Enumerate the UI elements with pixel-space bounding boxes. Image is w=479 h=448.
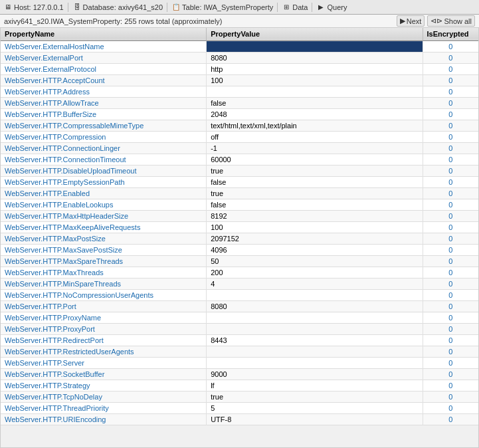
property-name-cell: WebServer.HTTP.Strategy: [1, 380, 207, 392]
property-value-cell[interactable]: 100: [207, 222, 423, 233]
table-row[interactable]: WebServer.HTTP.NoCompressionUserAgents0: [1, 290, 478, 301]
table-row[interactable]: WebServer.HTTP.MaxKeepAliveRequests1000: [1, 222, 478, 233]
property-value-cell[interactable]: false: [207, 199, 423, 211]
database-icon: 🗄: [72, 3, 82, 12]
property-value-cell[interactable]: 8192: [207, 211, 423, 222]
property-name-cell: WebServer.ExternalHostName: [1, 41, 207, 53]
table-row[interactable]: WebServer.HTTP.SocketBuffer90000: [1, 369, 478, 380]
property-value-cell[interactable]: 100: [207, 75, 423, 86]
table-row[interactable]: WebServer.HTTP.Port80800: [1, 301, 478, 312]
property-value-cell[interactable]: [207, 290, 423, 301]
table-row[interactable]: WebServer.HTTP.MinSpareThreads40: [1, 279, 478, 290]
table-row[interactable]: WebServer.HTTP.ProxyPort0: [1, 324, 478, 335]
data-item[interactable]: ⊞ Data: [282, 3, 312, 12]
table-row[interactable]: WebServer.HTTP.DisableUploadTimeouttrue0: [1, 166, 478, 177]
table-row[interactable]: WebServer.HTTP.ProxyName0: [1, 312, 478, 324]
table-row[interactable]: WebServer.HTTP.MaxSavePostSize40960: [1, 245, 478, 256]
table-row[interactable]: WebServer.HTTP.AllowTracefalse0: [1, 98, 478, 109]
table-row[interactable]: WebServer.HTTP.MaxSpareThreads500: [1, 256, 478, 267]
property-value-cell[interactable]: UTF-8: [207, 414, 423, 425]
property-value-cell[interactable]: [207, 41, 423, 53]
col-header-is-encrypted[interactable]: IsEncrypted: [423, 28, 478, 41]
property-value-cell[interactable]: lf: [207, 380, 423, 392]
property-name-cell: WebServer.HTTP.Address: [1, 86, 207, 98]
property-value-cell[interactable]: [207, 346, 423, 358]
property-value-cell[interactable]: true: [207, 392, 423, 403]
property-value-cell[interactable]: [207, 324, 423, 335]
table-row[interactable]: WebServer.HTTP.ConnectionTimeout600000: [1, 154, 478, 166]
property-name-cell: WebServer.HTTP.RestrictedUserAgents: [1, 346, 207, 358]
table-row[interactable]: WebServer.HTTP.Strategylf0: [1, 380, 478, 392]
property-name-cell: WebServer.ExternalProtocol: [1, 64, 207, 75]
property-value-cell[interactable]: [207, 86, 423, 98]
table-row[interactable]: WebServer.ExternalHostName0: [1, 41, 478, 53]
table-row[interactable]: WebServer.HTTP.BufferSize20480: [1, 109, 478, 120]
is-encrypted-cell: 0: [423, 324, 478, 335]
is-encrypted-cell: 0: [423, 177, 478, 188]
data-table: PropertyName PropertyValue IsEncrypted W…: [1, 28, 478, 425]
property-value-cell[interactable]: -1: [207, 143, 423, 154]
property-value-cell[interactable]: 5: [207, 403, 423, 414]
table-icon: 📋: [171, 3, 181, 12]
property-value-cell[interactable]: off: [207, 132, 423, 143]
is-encrypted-cell: 0: [423, 199, 478, 211]
property-value-cell[interactable]: false: [207, 177, 423, 188]
query-item[interactable]: ▶ Query: [316, 3, 351, 12]
table-row[interactable]: WebServer.HTTP.Address0: [1, 86, 478, 98]
property-value-cell[interactable]: [207, 358, 423, 369]
table-row[interactable]: WebServer.HTTP.AcceptCount1000: [1, 75, 478, 86]
is-encrypted-cell: 0: [423, 75, 478, 86]
table-row[interactable]: WebServer.HTTP.RestrictedUserAgents0: [1, 346, 478, 358]
table-row[interactable]: WebServer.HTTP.EmptySessionPathfalse0: [1, 177, 478, 188]
property-value-cell[interactable]: true: [207, 166, 423, 177]
next-label: Next: [407, 17, 422, 25]
next-icon: ▶: [400, 17, 405, 25]
query-icon: ▶: [316, 3, 326, 12]
table-row[interactable]: WebServer.HTTP.RedirectPort84430: [1, 335, 478, 346]
table-row[interactable]: WebServer.HTTP.ThreadPriority50: [1, 403, 478, 414]
table-row[interactable]: WebServer.HTTP.ConnectionLinger-10: [1, 143, 478, 154]
property-name-cell: WebServer.HTTP.BufferSize: [1, 109, 207, 120]
property-value-cell[interactable]: 2097152: [207, 233, 423, 245]
is-encrypted-cell: 0: [423, 233, 478, 245]
table-row[interactable]: WebServer.HTTP.MaxPostSize20971520: [1, 233, 478, 245]
property-value-cell[interactable]: 8443: [207, 335, 423, 346]
col-header-property-value[interactable]: PropertyValue: [207, 28, 423, 41]
property-value-cell[interactable]: http: [207, 64, 423, 75]
table-row[interactable]: WebServer.HTTP.Enabledtrue0: [1, 188, 478, 199]
property-value-cell[interactable]: 9000: [207, 369, 423, 380]
property-value-cell[interactable]: [207, 312, 423, 324]
toolbar: 🖥 Host: 127.0.0.1 🗄 Database: axivy641_s…: [0, 0, 479, 15]
statusbar: axivy641_s20.IWA_SystemProperty: 255 row…: [0, 15, 479, 28]
property-value-cell[interactable]: 60000: [207, 154, 423, 166]
col-header-property-name[interactable]: PropertyName: [1, 28, 207, 41]
table-row[interactable]: WebServer.HTTP.Server0: [1, 358, 478, 369]
table-row[interactable]: WebServer.HTTP.EnableLookupsfalse0: [1, 199, 478, 211]
is-encrypted-cell: 0: [423, 403, 478, 414]
data-table-container: PropertyName PropertyValue IsEncrypted W…: [0, 28, 479, 448]
property-value-cell[interactable]: 50: [207, 256, 423, 267]
status-info: axivy641_s20.IWA_SystemProperty: 255 row…: [4, 17, 391, 25]
show-all-button[interactable]: ⊲⊳ Show all: [427, 15, 475, 27]
property-value-cell[interactable]: text/html,text/xml,text/plain: [207, 120, 423, 132]
table-row[interactable]: WebServer.HTTP.URIEncodingUTF-80: [1, 414, 478, 425]
property-value-cell[interactable]: 4096: [207, 245, 423, 256]
property-value-cell[interactable]: 4: [207, 279, 423, 290]
table-row[interactable]: WebServer.HTTP.TcpNoDelaytrue0: [1, 392, 478, 403]
property-name-cell: WebServer.HTTP.SocketBuffer: [1, 369, 207, 380]
table-row[interactable]: WebServer.ExternalProtocolhttp0: [1, 64, 478, 75]
property-value-cell[interactable]: false: [207, 98, 423, 109]
next-button[interactable]: ▶ Next: [397, 15, 425, 27]
property-value-cell[interactable]: 8080: [207, 301, 423, 312]
property-name-cell: WebServer.HTTP.ThreadPriority: [1, 403, 207, 414]
property-value-cell[interactable]: 8080: [207, 53, 423, 64]
table-row[interactable]: WebServer.HTTP.CompressableMimeTypetext/…: [1, 120, 478, 132]
property-value-cell[interactable]: 2048: [207, 109, 423, 120]
table-row[interactable]: WebServer.HTTP.Compressionoff0: [1, 132, 478, 143]
property-name-cell: WebServer.HTTP.ConnectionTimeout: [1, 154, 207, 166]
property-value-cell[interactable]: 200: [207, 267, 423, 279]
property-value-cell[interactable]: true: [207, 188, 423, 199]
table-row[interactable]: WebServer.HTTP.MaxThreads2000: [1, 267, 478, 279]
table-row[interactable]: WebServer.ExternalPort80800: [1, 53, 478, 64]
table-row[interactable]: WebServer.HTTP.MaxHttpHeaderSize81920: [1, 211, 478, 222]
